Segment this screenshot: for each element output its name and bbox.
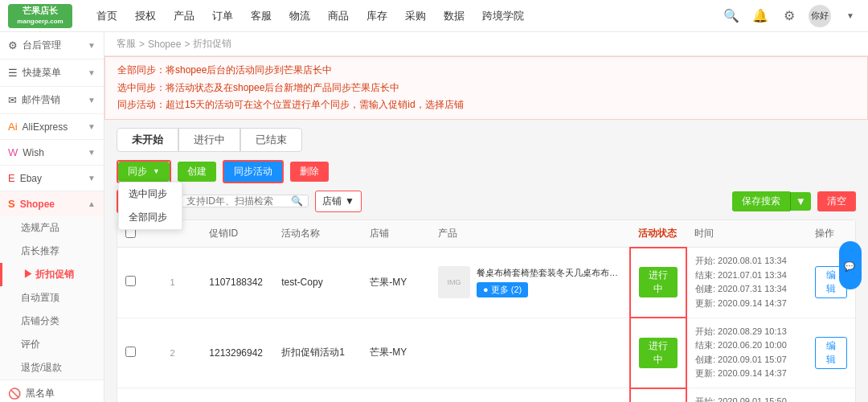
edit-button[interactable]: 编辑	[815, 337, 847, 369]
top-nav: 芒果店长mangoerp.com 首页 授权 产品 订单 客服 物流 商品 库存…	[0, 0, 868, 32]
breadcrumb-separator: >	[184, 39, 190, 50]
sidebar-item-blacklist[interactable]: 🚫 黑名单	[0, 380, 104, 402]
row-checkbox[interactable]	[125, 276, 136, 286]
th-activity-name: 活动名称	[273, 220, 362, 248]
row-checkbox[interactable]	[125, 347, 136, 357]
chevron-icon: ▼	[88, 174, 96, 183]
breadcrumb-item-2[interactable]: Shopee	[148, 39, 181, 50]
data-table: 促销ID 活动名称 店铺 产品 活动状态 时间 操作 1 1107188342 …	[117, 220, 855, 402]
save-search-dropdown[interactable]: ▼	[790, 192, 811, 211]
gear-icon[interactable]: ⚙	[780, 6, 799, 26]
row-action: 编辑	[807, 388, 855, 402]
toolbar-row1: 同步 ▼ 选中同步 全部同步 创建 同步活动 删除	[117, 160, 856, 183]
row-store: 芒果-MY	[362, 248, 430, 318]
tab-not-started[interactable]: 未开始	[117, 128, 178, 152]
sidebar-item-backend[interactable]: ⚙ 台后管理 ▼	[0, 32, 104, 59]
store-select[interactable]: 店铺 ▼	[315, 191, 362, 212]
nav-right: 🔍 🔔 ⚙ 你好 ▼	[722, 5, 860, 27]
status-badge: 进行中	[639, 267, 678, 297]
menu-icon: ☰	[8, 67, 18, 79]
save-search-button[interactable]: 保存搜索	[732, 191, 790, 211]
sidebar-item-aliexpress[interactable]: Ai AliExpress ▼	[0, 114, 104, 139]
sidebar-item-label: 邮件营销	[22, 93, 60, 107]
nav-auth[interactable]: 授权	[127, 0, 164, 32]
delete-button[interactable]: 删除	[290, 162, 329, 182]
sidebar-sub-products[interactable]: 选规产品	[0, 216, 104, 240]
time-created: 创建: 2020.07.31 13:34	[695, 282, 799, 297]
nav-logistics[interactable]: 物流	[281, 0, 318, 32]
sidebar-sub-category[interactable]: 店铺分类	[0, 310, 104, 333]
sidebar-section-backend: ⚙ 台后管理 ▼	[0, 32, 104, 59]
sync-activity-button[interactable]: 同步活动	[223, 160, 284, 183]
avatar[interactable]: 你好	[809, 5, 831, 27]
sidebar-section-email: ✉ 邮件营销 ▼	[0, 87, 104, 114]
nav-product[interactable]: 产品	[166, 0, 203, 32]
chat-float-button[interactable]: 💬	[839, 241, 862, 289]
clear-button[interactable]: 清空	[817, 191, 856, 211]
tooltip-line1: 全部同步：将shopee后台的活动同步到芒果店长中	[117, 62, 855, 80]
product-name: 餐桌布椅套椅垫套装冬天几桌布布艺长方形圆形椅子套垫现代简约家用	[477, 267, 621, 279]
breadcrumb: 客服 > Shopee > 折扣促销	[104, 32, 868, 56]
sync-menu-all[interactable]: 全部同步	[119, 206, 182, 229]
tab-ended[interactable]: 已结束	[240, 128, 302, 152]
sync-menu-select[interactable]: 选中同步	[119, 183, 182, 206]
time-start: 开始: 2020.08.29 10:13	[695, 325, 799, 339]
sidebar-sub-recommend[interactable]: 店长推荐	[0, 240, 104, 263]
sidebar-item-email[interactable]: ✉ 邮件营销 ▼	[0, 87, 104, 113]
breadcrumb-item-1[interactable]: 客服	[117, 37, 136, 51]
row-time: 开始: 2020.08.01 13:34 结束: 2021.07.01 13:3…	[686, 248, 807, 318]
sidebar-sub-review[interactable]: 评价	[0, 333, 104, 356]
chevron-icon: ▼	[88, 68, 96, 77]
chevron-icon: ▼	[88, 148, 96, 157]
sidebar-sub-autotop[interactable]: 自动置顶	[0, 286, 104, 310]
sidebar-item-ebay[interactable]: E Ebay ▼	[0, 166, 104, 191]
sidebar-item-shopee[interactable]: S Shopee ▲	[0, 191, 104, 216]
ebay-icon: E	[8, 172, 15, 184]
product-thumbnail: IMG	[438, 266, 470, 298]
store-label: 店铺	[322, 195, 342, 208]
sidebar-item-wish[interactable]: W Wish ▼	[0, 140, 104, 165]
time-updated: 更新: 2020.09.14 14:37	[695, 367, 799, 381]
sidebar: ⚙ 台后管理 ▼ ☰ 快捷菜单 ▼ ✉ 邮件营销 ▼ Ai AliExpress	[0, 32, 104, 402]
nav-purchase[interactable]: 采购	[397, 0, 434, 32]
sidebar-section-ali: Ai AliExpress ▼	[0, 114, 104, 140]
row-checkbox-cell	[117, 248, 144, 318]
sidebar-sub-discount[interactable]: ▶ 折扣促销	[0, 263, 104, 286]
tooltip-box: 全部同步：将shopee后台的活动同步到芒果店长中 选中同步：将活动状态及在sh…	[104, 56, 868, 120]
tab-in-progress[interactable]: 进行中	[178, 128, 240, 152]
nav-service[interactable]: 客服	[243, 0, 280, 32]
nav-inventory[interactable]: 库存	[358, 0, 395, 32]
time-created: 创建: 2020.09.01 15:07	[695, 353, 799, 367]
table-wrap: 促销ID 活动名称 店铺 产品 活动状态 时间 操作 1 1107188342 …	[117, 219, 856, 402]
more-products-button[interactable]: ● 更多 (2)	[477, 282, 528, 297]
chevron-icon: ▼	[88, 122, 96, 131]
chevron-down-icon[interactable]: ▼	[841, 6, 860, 26]
sync-button[interactable]: 同步 ▼	[118, 162, 170, 182]
bell-icon[interactable]: 🔔	[751, 6, 770, 26]
gear-icon: ⚙	[8, 39, 18, 51]
search-input[interactable]	[186, 195, 291, 207]
row-status: 已结束	[630, 388, 686, 402]
sidebar-item-label: 台后管理	[23, 39, 61, 52]
row-num: 2	[144, 318, 201, 388]
nav-home[interactable]: 首页	[88, 0, 125, 32]
row-product	[430, 388, 630, 402]
nav-data[interactable]: 数据	[436, 0, 473, 32]
nav-order[interactable]: 订单	[204, 0, 241, 32]
sidebar-section-blacklist: 🚫 黑名单	[0, 380, 104, 402]
logo-text: 芒果店长mangoerp.com	[17, 6, 63, 26]
sidebar-item-label: 快捷菜单	[23, 66, 61, 80]
sidebar-item-quickmenu[interactable]: ☰ 快捷菜单 ▼	[0, 59, 104, 86]
toolbar-row2: 促销ID ▼ 🔍 店铺 ▼ 保存搜索 ▼ 清空	[117, 190, 856, 213]
sidebar-section-shopee: S Shopee ▲ 选规产品 店长推荐 ▶ 折扣促销 自动置顶 店铺分类 评价…	[0, 191, 104, 380]
sidebar-sub-refund[interactable]: 退货/退款	[0, 356, 104, 379]
nav-cross-border[interactable]: 跨境学院	[474, 0, 532, 32]
logo-image: 芒果店长mangoerp.com	[8, 4, 72, 28]
nav-goods[interactable]: 商品	[320, 0, 357, 32]
search-icon[interactable]: 🔍	[722, 6, 741, 26]
row-checkbox-cell	[117, 318, 144, 388]
search-icon[interactable]: 🔍	[291, 195, 303, 207]
row-store: zhaoqyidcb-ID	[362, 388, 430, 402]
sync-dropdown: 同步 ▼ 选中同步 全部同步	[118, 162, 170, 182]
create-button[interactable]: 创建	[178, 162, 216, 182]
